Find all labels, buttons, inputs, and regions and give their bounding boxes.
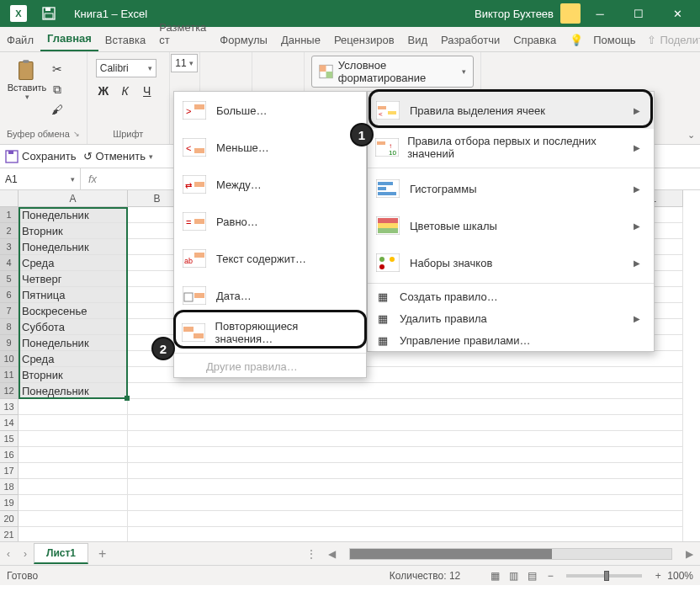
help-link[interactable]: Помощь	[590, 29, 639, 51]
column-header[interactable]: A	[19, 190, 128, 207]
copy-icon[interactable]: ⧉	[47, 81, 67, 98]
cell[interactable]: Суббота	[19, 319, 128, 335]
menu-color-scales[interactable]: Цветовые шкалы ▶	[368, 207, 654, 244]
cell[interactable]	[128, 431, 683, 447]
cell[interactable]	[128, 527, 683, 541]
row-header[interactable]: 10	[0, 351, 19, 367]
add-sheet-button[interactable]: +	[88, 546, 116, 562]
tab-developer[interactable]: Разработчи	[434, 29, 506, 51]
menu-top-bottom-rules[interactable]: ↑10 Правила отбора первых и последних зн…	[368, 129, 654, 166]
row-header[interactable]: 4	[0, 255, 19, 271]
menu-less-than[interactable]: < Меньше…	[174, 129, 366, 166]
select-all-corner[interactable]	[0, 190, 19, 207]
cell[interactable]: Понедельник	[19, 239, 128, 255]
menu-equal-to[interactable]: = Равно…	[174, 203, 366, 240]
row-header[interactable]: 2	[0, 223, 19, 239]
cell[interactable]	[19, 399, 128, 415]
zoom-in-icon[interactable]: +	[649, 570, 667, 582]
qat-save-icon[interactable]	[40, 5, 57, 22]
zoom-out-icon[interactable]: −	[541, 570, 559, 582]
share-button[interactable]: ⇧ Поделиться	[639, 29, 700, 51]
menu-icon-sets[interactable]: Наборы значков ▶	[368, 244, 654, 281]
cell[interactable]	[128, 495, 683, 511]
row-header[interactable]: 19	[0, 495, 19, 511]
row-header[interactable]: 8	[0, 319, 19, 335]
conditional-formatting-button[interactable]: Условное форматирование ▾	[311, 56, 474, 88]
cell[interactable]: Среда	[19, 255, 128, 271]
row-header[interactable]: 12	[0, 383, 19, 399]
row-header[interactable]: 15	[0, 431, 19, 447]
menu-manage-rules[interactable]: ▦ Управление правилами…	[368, 329, 654, 351]
paste-button[interactable]: Вставить ▾	[7, 56, 47, 118]
minimize-button[interactable]: ─	[581, 0, 619, 27]
tab-insert[interactable]: Вставка	[98, 29, 152, 51]
tab-view[interactable]: Вид	[401, 29, 435, 51]
cell[interactable]: Понедельник	[19, 335, 128, 351]
cell[interactable]: Вторник	[19, 223, 128, 239]
cell[interactable]: Воскресенье	[19, 303, 128, 319]
menu-more-rules[interactable]: Другие правила…	[174, 355, 366, 377]
menu-between[interactable]: ⇄ Между…	[174, 166, 366, 203]
sheet-tab-1[interactable]: Лист1	[34, 543, 88, 564]
cell[interactable]	[128, 399, 683, 415]
cell[interactable]	[128, 479, 683, 495]
cell[interactable]: Среда	[19, 351, 128, 367]
row-header[interactable]: 1	[0, 207, 19, 223]
cell[interactable]	[19, 511, 128, 527]
row-header[interactable]: 17	[0, 463, 19, 479]
zoom-slider[interactable]	[566, 574, 642, 578]
cell[interactable]	[19, 431, 128, 447]
cell[interactable]: Вторник	[19, 367, 128, 383]
row-header[interactable]: 3	[0, 239, 19, 255]
row-header[interactable]: 7	[0, 303, 19, 319]
underline-button[interactable]: Ч	[140, 84, 155, 98]
menu-greater-than[interactable]: > Больше…	[174, 92, 366, 129]
name-box[interactable]: A1▾	[0, 168, 81, 189]
row-header[interactable]: 14	[0, 415, 19, 431]
row-header[interactable]: 13	[0, 399, 19, 415]
view-pagebreak-icon[interactable]: ▤	[522, 570, 541, 582]
cut-icon[interactable]: ✂	[47, 61, 67, 77]
cell[interactable]: Четверг	[19, 271, 128, 287]
menu-duplicate-values[interactable]: Повторяющиеся значения…	[174, 314, 366, 351]
cell[interactable]: Понедельник	[19, 207, 128, 223]
tab-review[interactable]: Рецензиров	[327, 29, 401, 51]
row-header[interactable]: 20	[0, 511, 19, 527]
row-header[interactable]: 9	[0, 335, 19, 351]
cell[interactable]	[128, 447, 683, 463]
split-icon[interactable]: ⋮	[301, 548, 321, 560]
row-header[interactable]: 18	[0, 479, 19, 495]
close-button[interactable]: ✕	[658, 0, 697, 27]
font-name-combo[interactable]: Calibri▾	[96, 59, 156, 77]
tab-file[interactable]: Файл	[0, 29, 40, 51]
cell[interactable]	[128, 511, 683, 527]
menu-clear-rules[interactable]: ▦ Удалить правила ▶	[368, 307, 654, 329]
menu-new-rule[interactable]: ▦ Создать правило…	[368, 285, 654, 307]
cell[interactable]	[19, 527, 128, 541]
row-header[interactable]: 6	[0, 287, 19, 303]
cell[interactable]: Пятница	[19, 287, 128, 303]
hscroll-right-icon[interactable]: ▶	[679, 548, 700, 560]
tab-help[interactable]: Справка	[506, 29, 563, 51]
cell[interactable]	[19, 415, 128, 431]
fx-icon[interactable]: fx	[81, 173, 104, 185]
row-header[interactable]: 5	[0, 271, 19, 287]
format-painter-icon[interactable]: 🖌	[47, 101, 67, 118]
clipboard-launcher[interactable]: ↘	[73, 130, 80, 138]
cell[interactable]	[128, 463, 683, 479]
tab-data[interactable]: Данные	[274, 29, 327, 51]
menu-highlight-cells-rules[interactable]: < Правила выделения ячеек ▶	[368, 92, 654, 129]
sheet-prev-icon[interactable]: ‹	[0, 548, 17, 560]
hscroll-left-icon[interactable]: ◀	[321, 548, 342, 560]
tab-formulas[interactable]: Формулы	[213, 29, 274, 51]
maximize-button[interactable]: ☐	[619, 0, 658, 27]
view-pagelayout-icon[interactable]: ▥	[504, 570, 522, 582]
cell[interactable]	[19, 447, 128, 463]
save-button[interactable]: Сохранить	[5, 150, 77, 163]
menu-data-bars[interactable]: Гистограммы ▶	[368, 170, 654, 207]
cell[interactable]	[128, 383, 683, 399]
row-header[interactable]: 21	[0, 527, 19, 541]
sheet-next-icon[interactable]: ›	[17, 548, 34, 560]
menu-date-occurring[interactable]: Дата…	[174, 277, 366, 314]
bold-button[interactable]: Ж	[96, 84, 111, 98]
